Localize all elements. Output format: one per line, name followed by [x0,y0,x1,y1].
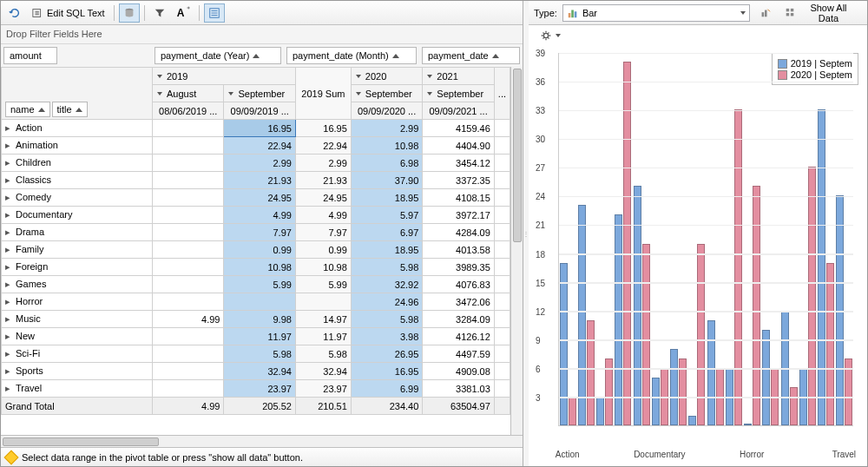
type-label: Type: [534,8,557,18]
separator [144,5,145,21]
table-row[interactable]: ▸Children2.992.996.983454.12 [2,155,523,172]
expand-icon[interactable]: ▸ [5,279,12,290]
table-row[interactable]: ▸Music4.999.9814.975.983284.09 [2,311,523,328]
pivot-grid[interactable]: name title 2019 2019 Sum 2020 2021 ... A… [1,67,523,435]
collapse-icon[interactable] [356,75,361,78]
chart-type-select[interactable]: Bar [562,4,750,22]
bar[interactable] [753,186,760,425]
table-row[interactable]: ▸Sci-Fi5.985.9826.954497.59 [2,345,523,363]
svg-rect-7 [765,10,767,16]
bar[interactable] [762,330,770,425]
table-row[interactable]: ▸Games5.995.9932.924076.83 [2,276,523,293]
expand-icon[interactable]: ▸ [5,174,12,186]
bar[interactable] [634,186,641,425]
collapse-icon[interactable] [157,92,162,95]
sort-asc-icon [492,54,499,58]
grand-total-row[interactable]: Grand Total 4.99 205.52 210.51 234.40 63… [2,398,523,415]
col-field-year[interactable]: payment_date (Year) [155,47,281,64]
expand-icon[interactable]: ▸ [5,348,12,359]
bar[interactable] [615,214,622,425]
row-field-name[interactable]: name [5,102,50,117]
gear-button[interactable] [536,26,565,45]
bar[interactable] [808,167,816,425]
warning-icon [4,450,19,464]
collapse-icon[interactable] [427,92,432,95]
bar[interactable] [826,263,834,425]
expand-icon[interactable]: ▸ [5,122,12,134]
bar[interactable] [578,205,586,425]
data-field-amount[interactable]: amount [3,47,57,64]
bar[interactable] [707,320,715,425]
table-row[interactable]: ▸Family0.990.9918.954013.58 [2,241,523,259]
chart-toggle-button[interactable] [204,3,225,23]
sort-asc-icon [38,108,45,112]
table-row[interactable]: ▸Documentary4.994.995.973972.17 [2,207,523,224]
filter-drop-area[interactable]: Drop Filter Fields Here [1,25,523,44]
bar[interactable] [688,416,696,425]
bar[interactable] [596,397,604,425]
table-row[interactable]: ▸Animation22.9422.9410.984404.90 [2,137,523,155]
bar[interactable] [652,378,660,425]
expand-icon[interactable]: ▸ [5,261,12,273]
table-row[interactable]: ▸Comedy24.9524.9518.954108.15 [2,189,523,207]
table-row[interactable]: ▸Sports32.9432.9416.954909.08 [2,363,523,380]
bar-chart-icon [567,7,579,19]
expand-icon[interactable]: ▸ [5,192,12,203]
collapse-icon[interactable] [356,92,361,95]
bar[interactable] [734,109,742,425]
bar[interactable] [569,397,576,425]
expand-icon[interactable]: ▸ [5,383,12,394]
svg-point-12 [543,33,548,37]
expand-icon[interactable]: ▸ [5,313,12,325]
expand-icon[interactable]: ▸ [5,244,12,255]
y-tick-label: 9 [536,335,541,345]
table-row[interactable]: ▸Foreign10.9810.985.983989.35 [2,259,523,276]
y-tick-label: 12 [536,306,545,316]
bar[interactable] [670,349,678,425]
chart-props-button[interactable] [755,3,776,23]
expand-icon[interactable]: ▸ [5,227,12,238]
edit-sql-label: Edit SQL Text [47,8,105,18]
bar[interactable] [587,320,595,425]
table-row[interactable]: ▸Horror24.963472.06 [2,293,523,311]
collapse-icon[interactable] [228,92,233,95]
expand-icon[interactable]: ▸ [5,140,12,151]
col-2019-sum[interactable]: 2019 Sum [295,68,351,120]
show-all-data-button[interactable]: Show All Data [780,3,862,23]
bar[interactable] [623,62,631,425]
svg-rect-3 [569,13,571,17]
y-tick-label: 6 [536,364,541,373]
col-field-date[interactable]: payment_date [422,47,520,64]
pivot-table: name title 2019 2019 Sum 2020 2021 ... A… [1,67,523,415]
table-row[interactable]: ▸Action16.9516.952.994159.46 [2,120,523,137]
table-row[interactable]: ▸Drama7.977.976.974284.09 [2,224,523,241]
bar[interactable] [818,109,825,425]
horizontal-scrollbar[interactable] [1,435,523,447]
collapse-icon[interactable] [157,75,162,78]
refresh-button[interactable] [4,3,25,23]
row-field-title[interactable]: title [52,102,88,117]
expand-icon[interactable]: ▸ [5,157,12,168]
expand-icon[interactable]: ▸ [5,365,12,377]
expand-icon[interactable]: ▸ [5,331,12,342]
table-row[interactable]: ▸New11.9711.973.984126.12 [2,328,523,345]
vertical-scrollbar[interactable] [510,67,523,435]
db-toggle-button[interactable] [119,3,140,23]
x-tick-label: Travel [832,450,856,459]
table-row[interactable]: ▸Travel23.9723.976.993381.03 [2,380,523,398]
edit-sql-button[interactable]: Edit SQL Text [28,3,109,23]
y-tick-label: 21 [536,220,545,230]
collapse-icon[interactable] [427,75,432,78]
filter-button[interactable] [149,3,170,23]
format-button[interactable]: A⁺ [173,3,195,23]
bar[interactable] [790,387,798,425]
bar[interactable] [744,424,752,425]
grid-icon [785,7,797,19]
chart-area[interactable]: 2019 | Septem 2020 | Septem 369121518212… [529,46,867,466]
col-field-month[interactable]: payment_date (Month) [286,47,417,64]
bar[interactable] [560,263,568,425]
y-tick-label: 39 [536,49,545,58]
expand-icon[interactable]: ▸ [5,296,12,307]
table-row[interactable]: ▸Classics21.9321.9337.903372.35 [2,172,523,189]
expand-icon[interactable]: ▸ [5,209,12,220]
